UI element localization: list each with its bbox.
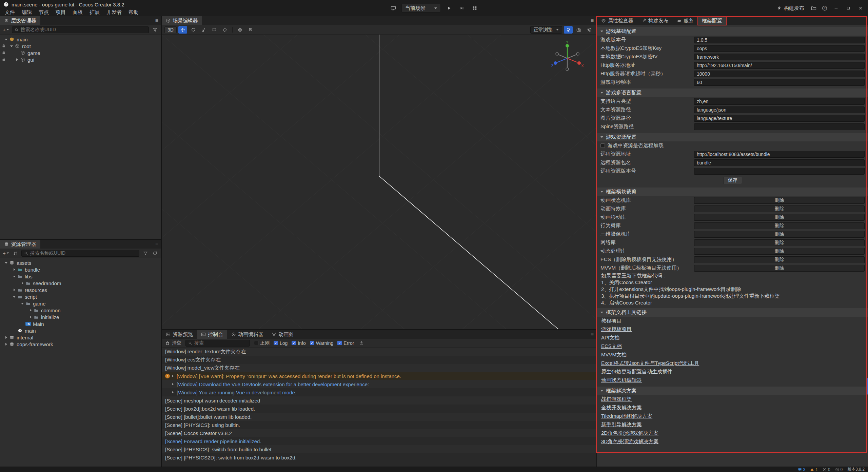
expand-arrow-icon[interactable] xyxy=(172,391,177,394)
expand-arrow-icon[interactable] xyxy=(172,375,177,377)
fps-input[interactable] xyxy=(694,79,865,86)
scale-tool-button[interactable] xyxy=(199,26,208,34)
error-count-badge[interactable]: 0 xyxy=(823,467,830,472)
http-server-input[interactable] xyxy=(694,62,865,69)
create-node-button[interactable]: + xyxy=(3,27,9,33)
preview-window-button[interactable] xyxy=(470,4,479,13)
asset-row-initialize[interactable]: initialize xyxy=(0,314,161,320)
tree-row-main[interactable]: main xyxy=(0,36,161,43)
remote-version-input[interactable] xyxy=(694,168,865,175)
tab-animation-graph[interactable]: 动画图 xyxy=(268,330,298,339)
asset-row-script[interactable]: script xyxy=(0,293,161,300)
asset-row-oops-framework[interactable]: oops-framework xyxy=(0,341,161,348)
link-fullstack[interactable]: 全栈开发解决方案 xyxy=(601,405,642,411)
open-project-folder-button[interactable] xyxy=(809,4,818,13)
collapse-arrow-icon[interactable] xyxy=(9,45,14,47)
tab-service[interactable]: 服务 xyxy=(673,16,698,25)
delete-button[interactable]: 删除 xyxy=(694,239,865,246)
tab-asset-preview[interactable]: 资源预览 xyxy=(162,330,197,339)
panel-menu-icon[interactable]: ≡ xyxy=(591,330,594,339)
remote-bundle-name-input[interactable] xyxy=(694,159,865,166)
camera-settings-button[interactable] xyxy=(574,26,583,34)
delete-button[interactable]: 删除 xyxy=(694,248,865,255)
tab-scene-editor[interactable]: 场景编辑器 xyxy=(162,16,202,25)
text-res-path-input[interactable] xyxy=(694,106,865,113)
assets-search-input[interactable]: 搜索名称或UUID xyxy=(21,250,139,257)
sort-icon[interactable] xyxy=(12,250,19,257)
section-game-basic[interactable]: 游戏基础配置 xyxy=(597,27,868,36)
link-excel-tool[interactable]: Excel格式转Json文件与TypeScript代码工具 xyxy=(601,360,699,367)
asset-row-assets[interactable]: assets xyxy=(0,259,161,266)
http-timeout-input[interactable] xyxy=(694,71,865,77)
spine-res-path-input[interactable] xyxy=(694,123,865,130)
asset-row-internal[interactable]: internal xyxy=(0,334,161,341)
tree-row-gui[interactable]: gui xyxy=(0,56,161,63)
launch-scene-select[interactable]: 当前场景 xyxy=(401,4,441,13)
view-mode-select[interactable]: 正常浏览 xyxy=(530,26,562,34)
tab-assets[interactable]: 资源管理器 xyxy=(0,240,40,249)
delete-button[interactable]: 删除 xyxy=(694,231,865,238)
coordinate-space-button[interactable] xyxy=(236,26,244,34)
snap-settings-button[interactable] xyxy=(246,26,255,34)
tab-framework-config[interactable]: 框架配置 xyxy=(698,16,726,25)
build-publish-button[interactable]: 构建发布 xyxy=(773,3,808,13)
expand-arrow-icon[interactable] xyxy=(14,58,20,61)
menu-node[interactable]: 节点 xyxy=(35,9,52,16)
transform-tool-button[interactable] xyxy=(220,26,229,34)
move-tool-button[interactable] xyxy=(178,26,187,34)
filter-icon[interactable] xyxy=(142,250,149,257)
rect-tool-button[interactable] xyxy=(210,26,219,34)
game-version-input[interactable] xyxy=(694,37,865,43)
link-mvvm-docs[interactable]: MVVM文档 xyxy=(601,352,627,358)
lock-icon[interactable] xyxy=(2,51,6,55)
link-tiledmap[interactable]: Tiledmap地图解决方案 xyxy=(601,413,652,419)
save-button[interactable]: 保存 xyxy=(723,177,742,184)
panel-menu-icon[interactable]: ≡ xyxy=(591,16,594,25)
delete-button[interactable]: 删除 xyxy=(694,265,865,272)
export-log-icon[interactable] xyxy=(358,340,365,347)
tab-animation-editor[interactable]: 动画编辑器 xyxy=(227,330,268,339)
preview-platform-icon[interactable] xyxy=(389,4,398,13)
menu-extension[interactable]: 扩展 xyxy=(86,9,103,16)
play-button[interactable] xyxy=(444,4,454,13)
maximize-button[interactable] xyxy=(843,0,854,16)
minimize-button[interactable] xyxy=(831,0,842,16)
asset-row-resources[interactable]: resources xyxy=(0,287,161,293)
tab-hierarchy[interactable]: 层级管理器 xyxy=(0,16,40,25)
regex-checkbox[interactable]: 正则 xyxy=(254,340,270,346)
panel-menu-icon[interactable]: ≡ xyxy=(155,16,158,25)
menu-edit[interactable]: 编辑 xyxy=(18,9,35,16)
link-hotupdate-plugin[interactable]: 原生包热更新配置自动生成插件 xyxy=(601,369,672,375)
axis-gizmo[interactable]: Y X Z xyxy=(550,41,584,75)
asset-row-seedrandom[interactable]: seedrandom xyxy=(0,280,161,287)
task-count-badge[interactable]: 0 xyxy=(835,467,843,472)
close-button[interactable] xyxy=(855,0,866,16)
menu-developer[interactable]: 开发者 xyxy=(103,9,125,16)
collapse-arrow-icon[interactable] xyxy=(3,39,9,40)
panel-menu-icon[interactable]: ≡ xyxy=(155,240,158,249)
remote-res-url-input[interactable] xyxy=(694,151,865,158)
asset-row-main-scene[interactable]: main xyxy=(0,327,161,334)
link-guide[interactable]: 新手引导解决方案 xyxy=(601,421,642,428)
scene-light-toggle[interactable] xyxy=(564,26,573,34)
filter-warning-checkbox[interactable]: ✓Warning xyxy=(310,340,334,346)
lock-icon[interactable] xyxy=(2,57,6,62)
filter-info-checkbox[interactable]: ✓Info xyxy=(292,340,305,346)
tab-console[interactable]: 控制台 xyxy=(197,330,227,339)
tree-row-game[interactable]: game xyxy=(0,50,161,56)
crypto-iv-input[interactable] xyxy=(694,54,865,60)
link-2d-rpg[interactable]: 2D角色扮演游戏解决方案 xyxy=(601,430,658,436)
asset-row-libs[interactable]: libs xyxy=(0,273,161,280)
menu-panel[interactable]: 面板 xyxy=(69,9,86,16)
scrollbar-thumb[interactable] xyxy=(866,378,868,395)
asset-row-main-ts[interactable]: TS Main xyxy=(0,320,161,327)
tab-property-inspector[interactable]: 属性检查器 xyxy=(597,16,637,25)
link-ecs-docs[interactable]: ECS文档 xyxy=(601,343,622,350)
scene-viewport[interactable]: Y X Z xyxy=(162,35,596,329)
asset-row-bundle[interactable]: bundle xyxy=(0,266,161,273)
link-tutorial-project[interactable]: 教程项目 xyxy=(601,318,622,324)
crypto-key-input[interactable] xyxy=(694,45,865,52)
link-anim-state-editor[interactable]: 动画状态机编辑器 xyxy=(601,377,642,383)
refresh-icon[interactable] xyxy=(152,250,158,257)
create-asset-button[interactable]: + xyxy=(3,250,9,256)
